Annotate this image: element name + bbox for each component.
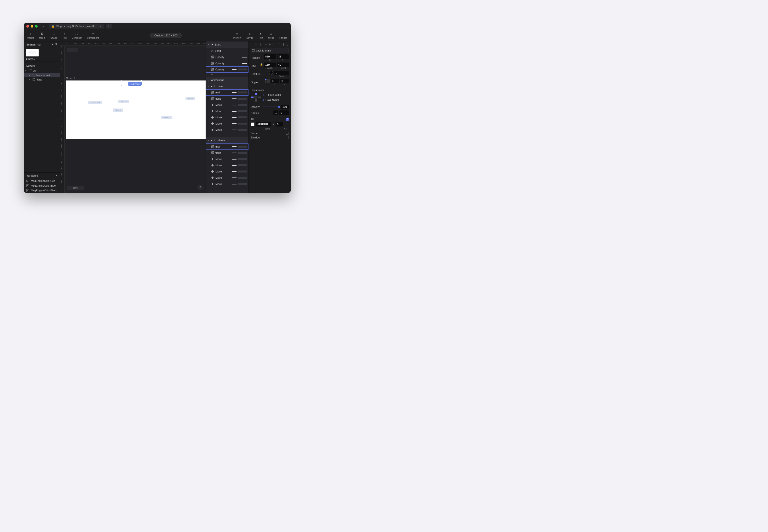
distribute-h-icon[interactable]: ⊢ <box>264 43 267 46</box>
container-tool[interactable]: ⛶Container <box>72 32 82 39</box>
timeline-clip[interactable] <box>232 123 236 124</box>
event-row[interactable]: Opacity <box>206 54 248 60</box>
height-input[interactable]: 40 <box>277 63 289 67</box>
canvas-flag[interactable]: Interior <box>118 100 129 103</box>
scene-thumbnail[interactable]: Scene 1 <box>26 49 58 60</box>
timeline-track[interactable] <box>238 177 247 179</box>
event-row[interactable]: ➤Send <box>206 48 248 54</box>
layer-row[interactable]: ▸flags <box>24 77 60 82</box>
constraints-grid[interactable] <box>251 93 261 102</box>
timeline-track[interactable] <box>238 92 247 93</box>
timeline-track[interactable] <box>238 183 247 185</box>
event-header[interactable]: ▾Animations <box>206 77 248 83</box>
preview-tool[interactable]: ▭Preview <box>233 32 241 39</box>
border-enabled-checkbox[interactable] <box>286 132 289 135</box>
close-window-button[interactable] <box>26 25 29 28</box>
fixed-height-toggle[interactable]: ↕Fixed Height <box>263 98 281 101</box>
align-vcenter-icon[interactable]: ┿ <box>282 43 285 46</box>
origin-y-input[interactable]: 0 <box>280 79 289 83</box>
timeline-clip[interactable] <box>232 146 236 147</box>
timeline-clip[interactable] <box>232 92 236 93</box>
eyedropper-icon[interactable]: ✎ <box>272 123 274 126</box>
canvas-flag[interactable]: Main View <box>128 82 142 86</box>
event-row[interactable]: Move <box>206 168 248 175</box>
event-row[interactable]: flags <box>206 150 248 156</box>
align-left-icon[interactable]: ⎸ <box>251 43 254 46</box>
opacity-slider[interactable] <box>263 107 279 107</box>
add-variable-button[interactable]: + <box>56 174 57 177</box>
event-row[interactable]: main <box>206 89 248 96</box>
align-hcenter-icon[interactable]: ┼ <box>254 43 257 46</box>
timeline-clip[interactable] <box>232 171 236 172</box>
timeline-clip[interactable] <box>242 57 247 57</box>
home-icon[interactable]: ⌂ <box>42 24 44 28</box>
add-action-button[interactable]: + <box>206 133 248 137</box>
distribute-v-icon[interactable]: ⊣ <box>272 43 275 46</box>
text-tool[interactable]: TText <box>62 32 66 39</box>
align-right-icon[interactable]: ⎹ <box>258 43 261 46</box>
timeline-track[interactable] <box>238 171 247 172</box>
canvas-flag[interactable]: Drive Train <box>88 101 102 104</box>
minimize-window-button[interactable] <box>31 25 33 28</box>
timeline-track[interactable] <box>238 98 247 100</box>
disclosure-triangle-icon[interactable]: ▾ <box>208 139 210 142</box>
distribute-center-icon[interactable]: ╋ <box>268 43 271 46</box>
origin-x-input[interactable]: 0 <box>270 79 279 83</box>
canvas[interactable]: -400-300-200-100010020030040050060070080… <box>60 46 206 193</box>
component-tool[interactable]: ✦Component <box>87 32 99 39</box>
disclosure-triangle-icon[interactable]: ▾ <box>208 85 210 87</box>
event-header[interactable]: ▾▸to main <box>206 83 248 89</box>
add-tab-button[interactable]: + <box>106 24 112 29</box>
event-header[interactable]: ▾⚑Start <box>206 41 248 48</box>
zoom-out-button[interactable]: − <box>69 187 71 189</box>
import-tool[interactable]: ↓Import <box>27 32 34 39</box>
timeline-clip[interactable] <box>232 159 236 160</box>
timeline-track[interactable] <box>238 104 247 106</box>
event-row[interactable]: Opacity <box>206 66 248 73</box>
timeline-clip[interactable] <box>232 165 236 166</box>
variable-row[interactable]: xMsgEngineColorBlue <box>24 183 60 188</box>
canvas-size-chip[interactable]: Custom 1920 × 800 <box>150 33 181 38</box>
opacity-input[interactable]: 100 <box>280 105 289 109</box>
variable-row[interactable]: xMsgEngineColorRed <box>24 178 60 183</box>
timeline-clip[interactable] <box>232 98 236 99</box>
sort-scenes-button[interactable]: ⇅ <box>55 43 57 46</box>
timeline-clip[interactable] <box>232 117 236 118</box>
timeline-track[interactable] <box>238 69 247 70</box>
fixed-width-toggle[interactable]: ⟷Fixed Width <box>263 93 281 97</box>
timeline-track[interactable] <box>238 116 247 118</box>
canvas-flag[interactable]: Trunk <box>185 97 195 100</box>
layer-row[interactable]: ▾All <box>24 69 60 73</box>
variable-row[interactable]: xMsgEngineColorBlack <box>24 188 60 193</box>
rotation-dial[interactable] <box>269 71 273 74</box>
handoff-tool[interactable]: Handoff <box>279 32 287 39</box>
radius-corners-button[interactable]: ⛶ <box>273 110 278 115</box>
event-row[interactable]: Move <box>206 156 248 162</box>
zoom-window-button[interactable] <box>35 25 38 28</box>
zoom-in-button[interactable]: + <box>80 187 82 189</box>
event-row[interactable]: Move <box>206 181 248 187</box>
event-row[interactable]: Move <box>206 120 248 127</box>
timeline-clip[interactable] <box>232 184 236 184</box>
timeline-clip[interactable] <box>232 153 236 153</box>
rotation-input[interactable]: 0 <box>274 71 289 75</box>
lock-aspect-icon[interactable]: 🔒 <box>260 63 263 66</box>
cloud-tool[interactable]: ☁Cloud <box>268 32 274 39</box>
position-y-input[interactable]: 33 <box>277 54 289 59</box>
timeline-clip[interactable] <box>232 130 236 130</box>
timeline-clip[interactable] <box>232 111 236 112</box>
media-tool[interactable]: 🖼Media <box>39 32 45 39</box>
event-row[interactable]: flags <box>206 96 248 102</box>
timeline-track[interactable] <box>238 158 247 160</box>
timeline-track[interactable] <box>238 152 247 154</box>
add-action-button[interactable]: + <box>206 73 248 77</box>
close-tab-button[interactable]: × <box>100 25 101 28</box>
origin-grid[interactable] <box>265 79 269 83</box>
layer-row[interactable]: ▸back to main <box>24 73 60 77</box>
canvas-flag[interactable]: Battery <box>161 116 172 119</box>
disclosure-triangle-icon[interactable]: ▾ <box>208 44 210 46</box>
align-bottom-icon[interactable]: ⎽ <box>286 43 289 46</box>
event-row[interactable]: Move <box>206 114 248 120</box>
run-tool[interactable]: ▶Run <box>259 32 263 39</box>
event-row[interactable]: main <box>206 143 248 150</box>
